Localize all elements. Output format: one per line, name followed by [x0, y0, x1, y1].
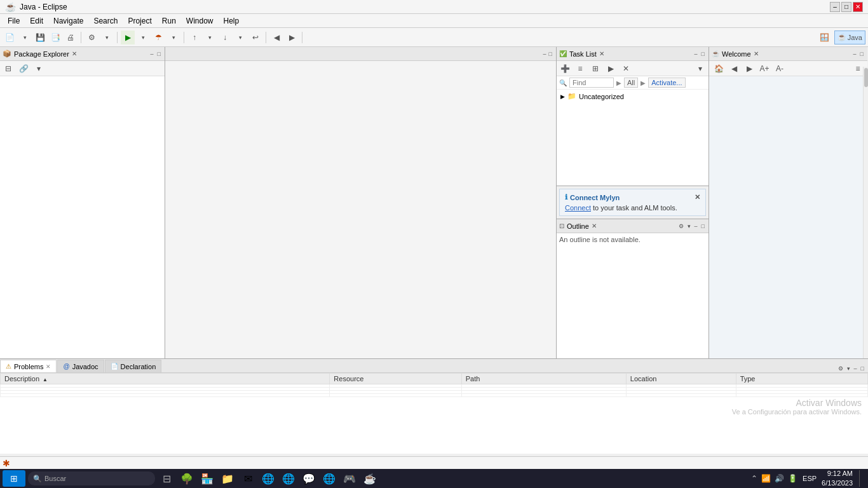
java-perspective-button[interactable]: ☕ Java — [834, 30, 865, 44]
task-maximize-button[interactable]: □ — [700, 50, 706, 58]
col-type[interactable]: Type — [736, 374, 867, 384]
run-dropdown[interactable]: ▾ — [136, 30, 150, 44]
javadoc-tab[interactable]: @ Javadoc — [57, 360, 104, 372]
welcome-maximize-button[interactable]: □ — [859, 50, 865, 58]
pkg-maximize-button[interactable]: □ — [156, 50, 162, 58]
ext-tools-dropdown[interactable]: ▾ — [100, 30, 114, 44]
bottom-maximize-button[interactable]: □ — [860, 365, 865, 372]
task-activate-button[interactable]: ▶ — [604, 62, 618, 76]
taskbar-trees-icon[interactable]: 🌳 — [178, 470, 196, 487]
coverage-dropdown[interactable]: ▾ — [166, 30, 180, 44]
restore-button[interactable]: □ — [841, 2, 851, 12]
menu-item-navigate[interactable]: Navigate — [48, 15, 88, 27]
task-find-input[interactable] — [569, 78, 614, 88]
save-all-button[interactable]: 📑 — [48, 30, 62, 44]
task-filter-button[interactable]: ⊞ — [588, 62, 602, 76]
tray-arrow[interactable]: ⌃ — [751, 474, 757, 483]
new-task-button[interactable]: ➕ — [558, 62, 572, 76]
task-view-button[interactable]: ⊟ — [158, 470, 175, 487]
problems-tab[interactable]: ⚠ Problems ✕ — [0, 360, 57, 372]
task-activate-link[interactable]: Activate... — [648, 78, 685, 88]
task-panel-close-icon[interactable]: ✕ — [599, 50, 604, 57]
welcome-home-button[interactable]: 🏠 — [712, 62, 726, 76]
link-with-editor-button[interactable]: 🔗 — [17, 62, 31, 76]
last-edit-button[interactable]: ↩ — [248, 30, 262, 44]
tray-battery-icon[interactable]: 🔋 — [788, 474, 797, 483]
taskbar-discord-icon[interactable]: 💬 — [300, 470, 318, 487]
ext-tools-button[interactable]: ⚙ — [85, 30, 98, 44]
menu-item-window[interactable]: Window — [181, 15, 219, 27]
start-button[interactable]: ⊞ — [3, 470, 25, 487]
search-bar[interactable]: 🔍 Buscar — [28, 471, 155, 485]
pkg-minimize-button[interactable]: – — [149, 50, 155, 58]
welcome-back-button[interactable]: ◀ — [727, 62, 741, 76]
menu-item-run[interactable]: Run — [157, 15, 181, 27]
col-path[interactable]: Path — [461, 374, 626, 384]
welcome-scrollbar[interactable] — [863, 67, 868, 378]
editor-minimize-button[interactable]: – — [542, 50, 548, 58]
new-button[interactable]: 📄 — [3, 30, 17, 44]
language-indicator[interactable]: ESP — [803, 475, 817, 482]
editor-maximize-button[interactable]: □ — [548, 50, 553, 58]
task-group-button[interactable]: ≡ — [573, 62, 587, 76]
back-button[interactable]: ◀ — [269, 30, 283, 44]
open-perspective-button[interactable]: 🪟 — [818, 30, 832, 44]
menu-item-project[interactable]: Project — [123, 15, 156, 27]
taskbar-store-icon[interactable]: 🏪 — [198, 470, 216, 487]
welcome-zoom-out-button[interactable]: A- — [773, 62, 787, 76]
coverage-button[interactable]: ☂ — [151, 30, 165, 44]
taskbar-edge-icon[interactable]: 🌐 — [259, 470, 277, 487]
col-resource[interactable]: Resource — [330, 374, 461, 384]
close-button[interactable]: ✕ — [853, 2, 863, 12]
show-desktop-button[interactable] — [859, 470, 863, 487]
minimize-button[interactable]: – — [830, 2, 840, 12]
bottom-minimize-button[interactable]: – — [853, 365, 858, 372]
welcome-zoom-in-button[interactable]: A+ — [757, 62, 771, 76]
task-collapse-button[interactable]: ✕ — [619, 62, 633, 76]
welcome-minimize-button[interactable]: – — [852, 50, 858, 58]
col-description[interactable]: Description ▲ — [1, 374, 330, 384]
save-button[interactable]: 💾 — [33, 30, 47, 44]
welcome-forward-button[interactable]: ▶ — [742, 62, 756, 76]
prev-annot-dropdown[interactable]: ▾ — [203, 30, 217, 44]
taskbar-chrome-icon[interactable]: 🌐 — [280, 470, 297, 487]
task-menu-button[interactable]: ▾ — [693, 62, 707, 76]
menu-item-file[interactable]: File — [3, 15, 25, 27]
run-button[interactable]: ▶ — [121, 30, 135, 44]
collapse-all-button[interactable]: ⊟ — [1, 62, 15, 76]
menu-item-search[interactable]: Search — [88, 15, 123, 27]
next-annot-button[interactable]: ↓ — [218, 30, 232, 44]
connect-mylyn-close-icon[interactable]: ✕ — [695, 193, 700, 201]
welcome-close-icon[interactable]: ✕ — [754, 50, 759, 57]
outline-settings-button[interactable]: ⚙ — [677, 222, 685, 230]
declaration-tab[interactable]: 📄 Declaration — [105, 360, 162, 372]
menu-item-edit[interactable]: Edit — [25, 15, 48, 27]
task-uncategorized-item[interactable]: ▶ 📁 Uncategorized — [558, 91, 707, 102]
tray-network-icon[interactable]: 📶 — [761, 474, 771, 483]
pkg-menu-button[interactable]: ▾ — [32, 62, 46, 76]
editor-area[interactable] — [165, 61, 556, 358]
next-annot-dropdown[interactable]: ▾ — [233, 30, 247, 44]
taskbar-java-icon[interactable]: ☕ — [361, 470, 379, 487]
col-location[interactable]: Location — [626, 374, 736, 384]
problems-tab-close[interactable]: ✕ — [46, 363, 51, 370]
print-button[interactable]: 🖨 — [64, 30, 78, 44]
task-all-button[interactable]: All — [624, 78, 638, 88]
outline-menu-button[interactable]: ▾ — [686, 222, 692, 230]
prev-annot-button[interactable]: ↑ — [187, 30, 201, 44]
bottom-menu-button[interactable]: ▾ — [846, 365, 851, 372]
connect-link[interactable]: Connect — [565, 204, 591, 212]
clock[interactable]: 9:12 AM 6/13/2023 — [822, 469, 853, 488]
new-dropdown[interactable]: ▾ — [18, 30, 32, 44]
outline-close-icon[interactable]: ✕ — [592, 222, 597, 229]
menu-item-help[interactable]: Help — [219, 15, 245, 27]
forward-button[interactable]: ▶ — [285, 30, 299, 44]
task-minimize-button[interactable]: – — [693, 50, 699, 58]
pkg-panel-close-icon[interactable]: ✕ — [72, 50, 77, 57]
outline-maximize-button[interactable]: □ — [700, 222, 706, 230]
taskbar-mail-icon[interactable]: ✉ — [239, 470, 257, 487]
outline-minimize-button[interactable]: – — [693, 222, 699, 230]
tray-volume-icon[interactable]: 🔊 — [775, 474, 784, 483]
taskbar-browser-icon[interactable]: 🌐 — [320, 470, 338, 487]
bottom-settings-button[interactable]: ⚙ — [837, 365, 844, 372]
